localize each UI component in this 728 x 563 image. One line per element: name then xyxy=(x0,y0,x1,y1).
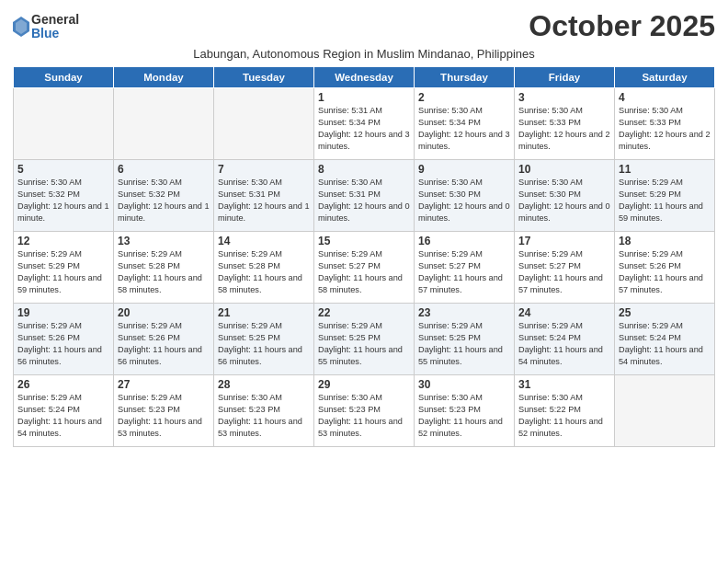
calendar-cell: 2Sunrise: 5:30 AM Sunset: 5:34 PM Daylig… xyxy=(415,88,515,160)
day-info: Sunrise: 5:29 AM Sunset: 5:24 PM Dayligh… xyxy=(619,320,711,368)
header-row: General Blue October 2025 xyxy=(13,9,715,43)
day-number: 22 xyxy=(318,306,410,319)
day-number: 26 xyxy=(17,378,109,391)
calendar-cell: 18Sunrise: 5:29 AM Sunset: 5:26 PM Dayli… xyxy=(615,232,715,304)
calendar-cell: 12Sunrise: 5:29 AM Sunset: 5:29 PM Dayli… xyxy=(14,232,114,304)
day-info: Sunrise: 5:29 AM Sunset: 5:25 PM Dayligh… xyxy=(418,320,510,368)
day-number: 4 xyxy=(619,91,711,104)
calendar-cell: 25Sunrise: 5:29 AM Sunset: 5:24 PM Dayli… xyxy=(615,304,715,375)
day-info: Sunrise: 5:29 AM Sunset: 5:28 PM Dayligh… xyxy=(218,248,310,296)
day-number: 16 xyxy=(418,235,510,247)
day-info: Sunrise: 5:30 AM Sunset: 5:23 PM Dayligh… xyxy=(218,392,310,440)
day-info: Sunrise: 5:29 AM Sunset: 5:23 PM Dayligh… xyxy=(118,392,210,440)
day-number: 8 xyxy=(318,163,410,176)
day-info: Sunrise: 5:30 AM Sunset: 5:23 PM Dayligh… xyxy=(418,392,510,440)
day-number: 19 xyxy=(17,306,109,319)
day-number: 24 xyxy=(518,306,610,319)
day-header-wednesday: Wednesday xyxy=(314,67,415,88)
calendar-cell xyxy=(14,88,114,160)
calendar-cell: 8Sunrise: 5:30 AM Sunset: 5:31 PM Daylig… xyxy=(314,160,415,232)
day-number: 12 xyxy=(17,235,109,247)
day-number: 14 xyxy=(218,235,310,247)
calendar-cell: 26Sunrise: 5:29 AM Sunset: 5:24 PM Dayli… xyxy=(14,375,114,447)
calendar-cell: 15Sunrise: 5:29 AM Sunset: 5:27 PM Dayli… xyxy=(314,232,415,304)
day-info: Sunrise: 5:29 AM Sunset: 5:25 PM Dayligh… xyxy=(218,320,310,368)
day-number: 15 xyxy=(318,235,410,247)
day-number: 6 xyxy=(118,163,210,176)
day-number: 18 xyxy=(619,235,711,247)
day-info: Sunrise: 5:29 AM Sunset: 5:29 PM Dayligh… xyxy=(17,248,109,296)
calendar-cell: 23Sunrise: 5:29 AM Sunset: 5:25 PM Dayli… xyxy=(415,304,515,375)
day-number: 13 xyxy=(118,235,210,247)
calendar-cell: 21Sunrise: 5:29 AM Sunset: 5:25 PM Dayli… xyxy=(214,304,314,375)
day-info: Sunrise: 5:29 AM Sunset: 5:26 PM Dayligh… xyxy=(118,320,210,368)
day-info: Sunrise: 5:30 AM Sunset: 5:34 PM Dayligh… xyxy=(418,105,510,153)
day-number: 1 xyxy=(318,91,410,104)
calendar-week-1: 1Sunrise: 5:31 AM Sunset: 5:34 PM Daylig… xyxy=(14,88,715,160)
day-number: 28 xyxy=(218,378,310,391)
calendar-cell: 14Sunrise: 5:29 AM Sunset: 5:28 PM Dayli… xyxy=(214,232,314,304)
calendar-cell: 24Sunrise: 5:29 AM Sunset: 5:24 PM Dayli… xyxy=(515,304,615,375)
day-info: Sunrise: 5:29 AM Sunset: 5:24 PM Dayligh… xyxy=(518,320,610,368)
day-info: Sunrise: 5:30 AM Sunset: 5:30 PM Dayligh… xyxy=(418,177,510,224)
day-info: Sunrise: 5:31 AM Sunset: 5:34 PM Dayligh… xyxy=(318,105,410,153)
day-number: 20 xyxy=(118,306,210,319)
calendar-cell: 10Sunrise: 5:30 AM Sunset: 5:30 PM Dayli… xyxy=(515,160,615,232)
calendar-cell: 11Sunrise: 5:29 AM Sunset: 5:29 PM Dayli… xyxy=(615,160,715,232)
day-header-sunday: Sunday xyxy=(14,67,114,88)
logo-text: General Blue xyxy=(31,13,79,41)
day-number: 25 xyxy=(619,306,711,319)
day-header-saturday: Saturday xyxy=(615,67,715,88)
logo-general: General xyxy=(31,13,79,27)
day-info: Sunrise: 5:29 AM Sunset: 5:25 PM Dayligh… xyxy=(318,320,410,368)
day-number: 3 xyxy=(518,91,610,104)
day-info: Sunrise: 5:29 AM Sunset: 5:27 PM Dayligh… xyxy=(318,248,410,296)
logo-blue: Blue xyxy=(31,27,79,40)
day-info: Sunrise: 5:29 AM Sunset: 5:28 PM Dayligh… xyxy=(118,248,210,296)
day-number: 11 xyxy=(619,163,711,176)
day-info: Sunrise: 5:30 AM Sunset: 5:33 PM Dayligh… xyxy=(518,105,610,153)
day-number: 10 xyxy=(518,163,610,176)
calendar-cell: 29Sunrise: 5:30 AM Sunset: 5:23 PM Dayli… xyxy=(314,375,415,447)
day-info: Sunrise: 5:29 AM Sunset: 5:26 PM Dayligh… xyxy=(17,320,109,368)
day-number: 5 xyxy=(17,163,109,176)
header-row-days: SundayMondayTuesdayWednesdayThursdayFrid… xyxy=(14,67,715,88)
day-number: 23 xyxy=(418,306,510,319)
calendar-cell: 6Sunrise: 5:30 AM Sunset: 5:32 PM Daylig… xyxy=(114,160,214,232)
calendar-cell: 1Sunrise: 5:31 AM Sunset: 5:34 PM Daylig… xyxy=(314,88,415,160)
day-number: 29 xyxy=(318,378,410,391)
calendar-cell: 5Sunrise: 5:30 AM Sunset: 5:32 PM Daylig… xyxy=(14,160,114,232)
calendar-week-4: 19Sunrise: 5:29 AM Sunset: 5:26 PM Dayli… xyxy=(14,304,715,375)
day-info: Sunrise: 5:30 AM Sunset: 5:32 PM Dayligh… xyxy=(118,177,210,224)
day-info: Sunrise: 5:30 AM Sunset: 5:32 PM Dayligh… xyxy=(17,177,109,224)
day-number: 9 xyxy=(418,163,510,176)
calendar-cell: 28Sunrise: 5:30 AM Sunset: 5:23 PM Dayli… xyxy=(214,375,314,447)
day-info: Sunrise: 5:29 AM Sunset: 5:26 PM Dayligh… xyxy=(619,248,711,296)
calendar-cell: 7Sunrise: 5:30 AM Sunset: 5:31 PM Daylig… xyxy=(214,160,314,232)
day-info: Sunrise: 5:29 AM Sunset: 5:27 PM Dayligh… xyxy=(418,248,510,296)
day-info: Sunrise: 5:30 AM Sunset: 5:31 PM Dayligh… xyxy=(318,177,410,224)
calendar-table: SundayMondayTuesdayWednesdayThursdayFrid… xyxy=(13,66,715,447)
subtitle: Labungan, Autonomous Region in Muslim Mi… xyxy=(13,47,715,61)
calendar-cell: 22Sunrise: 5:29 AM Sunset: 5:25 PM Dayli… xyxy=(314,304,415,375)
calendar-cell: 4Sunrise: 5:30 AM Sunset: 5:33 PM Daylig… xyxy=(615,88,715,160)
calendar-cell: 20Sunrise: 5:29 AM Sunset: 5:26 PM Dayli… xyxy=(114,304,214,375)
day-header-friday: Friday xyxy=(515,67,615,88)
day-number: 7 xyxy=(218,163,310,176)
day-info: Sunrise: 5:30 AM Sunset: 5:23 PM Dayligh… xyxy=(318,392,410,440)
day-info: Sunrise: 5:29 AM Sunset: 5:29 PM Dayligh… xyxy=(619,177,711,224)
day-number: 17 xyxy=(518,235,610,247)
calendar-cell: 19Sunrise: 5:29 AM Sunset: 5:26 PM Dayli… xyxy=(14,304,114,375)
calendar-cell: 16Sunrise: 5:29 AM Sunset: 5:27 PM Dayli… xyxy=(415,232,515,304)
day-number: 2 xyxy=(418,91,510,104)
calendar-week-5: 26Sunrise: 5:29 AM Sunset: 5:24 PM Dayli… xyxy=(14,375,715,447)
day-header-monday: Monday xyxy=(114,67,214,88)
day-header-thursday: Thursday xyxy=(415,67,515,88)
day-number: 21 xyxy=(218,306,310,319)
day-info: Sunrise: 5:29 AM Sunset: 5:27 PM Dayligh… xyxy=(518,248,610,296)
day-info: Sunrise: 5:30 AM Sunset: 5:31 PM Dayligh… xyxy=(218,177,310,224)
day-info: Sunrise: 5:30 AM Sunset: 5:33 PM Dayligh… xyxy=(619,105,711,153)
calendar-week-2: 5Sunrise: 5:30 AM Sunset: 5:32 PM Daylig… xyxy=(14,160,715,232)
calendar-cell: 3Sunrise: 5:30 AM Sunset: 5:33 PM Daylig… xyxy=(515,88,615,160)
day-header-tuesday: Tuesday xyxy=(214,67,314,88)
